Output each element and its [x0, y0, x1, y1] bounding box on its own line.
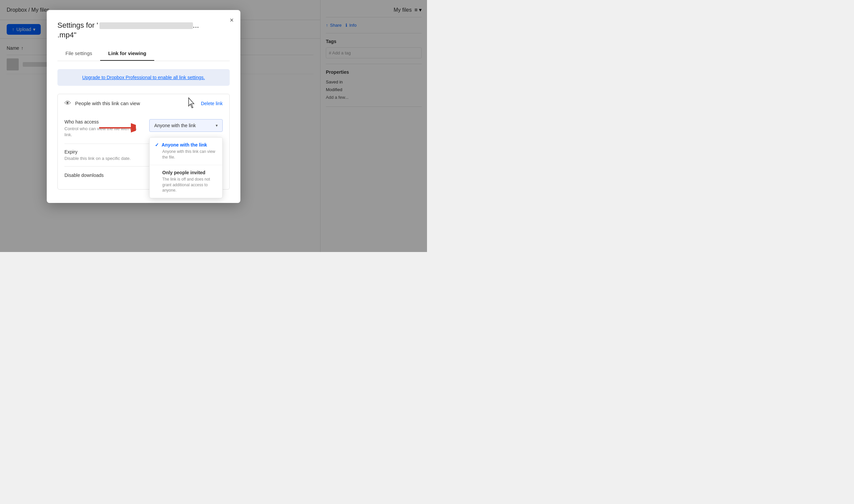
delete-link-button[interactable]: Delete link: [201, 101, 223, 106]
dropdown-option-invited-header: Only people invited: [155, 170, 217, 175]
link-section-header: 👁 People with this link can view Delete …: [65, 100, 223, 107]
arrow-svg: [96, 121, 136, 134]
link-section-left: 👁 People with this link can view: [65, 100, 140, 107]
disable-downloads-label: Disable downloads: [65, 173, 104, 178]
tab-link-viewing-label: Link for viewing: [108, 50, 146, 56]
tab-file-settings[interactable]: File settings: [57, 47, 100, 61]
dropdown-option-invited[interactable]: Only people invited The link is off and …: [149, 165, 223, 198]
link-view-text: People with this link can view: [75, 101, 140, 106]
dropdown-selected-value: Anyone with the link: [154, 123, 196, 128]
modal-title-ext: .mp4": [57, 31, 76, 39]
dropdown-option-anyone-header: ✓ Anyone with the link: [155, 142, 217, 147]
check-icon: ✓: [155, 142, 159, 147]
upgrade-link[interactable]: Upgrade to Dropbox Professional to enabl…: [82, 75, 204, 80]
dropdown-option-anyone-desc: Anyone with this link can view the file.: [162, 149, 217, 160]
access-dropdown[interactable]: Anyone with the link ▾: [149, 119, 223, 132]
link-section: 👁 People with this link can view Delete …: [57, 94, 230, 189]
dropdown-chevron-icon: ▾: [216, 123, 218, 128]
dropdown-option-invited-desc: The link is off and does not grant addit…: [162, 177, 217, 193]
access-dropdown-menu: ✓ Anyone with the link Anyone with this …: [149, 137, 223, 198]
modal-title: Settings for '... .mp4": [57, 21, 230, 40]
upgrade-banner: Upgrade to Dropbox Professional to enabl…: [57, 69, 230, 86]
dropdown-option-anyone-title: Anyone with the link: [162, 142, 207, 147]
modal-title-ellipsis: ...: [193, 21, 199, 29]
red-arrow: [96, 121, 136, 134]
who-has-access-row: Who has access Control who can view the …: [65, 114, 223, 144]
modal-close-button[interactable]: ×: [230, 17, 234, 23]
dropdown-option-anyone[interactable]: ✓ Anyone with the link Anyone with this …: [149, 138, 223, 165]
access-dropdown-container: Anyone with the link ▾ ✓ Anyone with the…: [149, 119, 223, 132]
dropdown-option-invited-title: Only people invited: [162, 170, 205, 175]
modal-title-filename: [100, 22, 193, 29]
modal-tabs: File settings Link for viewing: [57, 47, 230, 61]
eye-icon: 👁: [65, 100, 71, 107]
settings-modal: × Settings for '... .mp4" File settings …: [47, 10, 241, 203]
modal-title-prefix: Settings for ': [57, 21, 98, 29]
tab-link-viewing[interactable]: Link for viewing: [100, 47, 154, 61]
tab-file-settings-label: File settings: [66, 50, 92, 56]
